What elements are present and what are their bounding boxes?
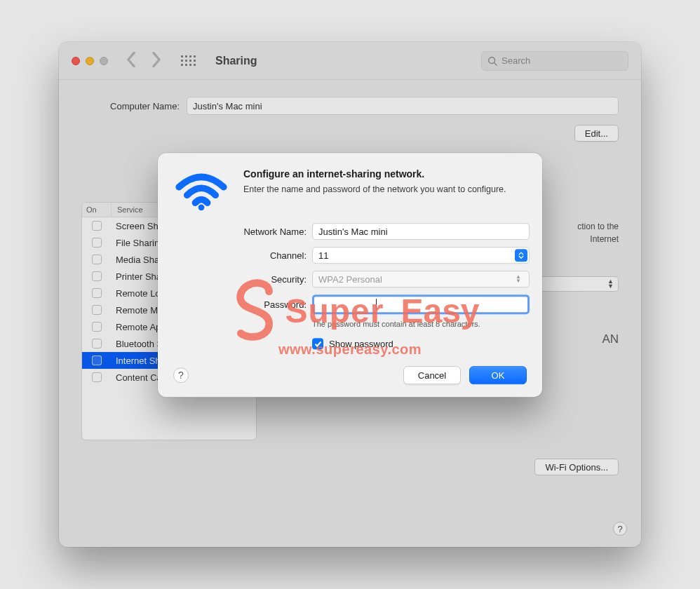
chevron-updown-icon: ▲▼ [607, 279, 614, 289]
nav-arrows [126, 52, 161, 70]
password-label: Password: [187, 299, 307, 310]
apps-grid-icon[interactable] [181, 55, 196, 66]
dialog-title: Configure an internet-sharing network. [243, 168, 506, 180]
zoom-icon[interactable] [100, 57, 108, 65]
checkbox-icon[interactable] [92, 339, 102, 348]
wifi-icon [173, 168, 229, 210]
checkbox-icon[interactable] [92, 288, 102, 298]
network-name-label: Network Name: [187, 226, 307, 237]
password-input[interactable] [312, 294, 530, 314]
channel-select[interactable]: 11 [312, 247, 530, 264]
help-icon[interactable]: ? [173, 367, 189, 383]
chevron-updown-icon: ▲▼ [513, 275, 523, 283]
security-value: WPA2 Personal [318, 274, 382, 285]
network-name-input[interactable] [312, 223, 530, 240]
checkbox-icon[interactable] [92, 322, 102, 332]
forward-icon[interactable] [152, 52, 161, 70]
show-password-checkbox[interactable] [312, 338, 323, 349]
window-traffic-lights [72, 57, 108, 65]
show-password-row: Show password [312, 338, 530, 349]
computer-name-input[interactable] [187, 97, 619, 115]
check-icon [314, 341, 322, 347]
window-title: Sharing [215, 55, 257, 67]
close-icon[interactable] [72, 57, 80, 65]
cancel-button[interactable]: Cancel [403, 366, 461, 384]
password-hint: The password must contain at least 8 cha… [312, 320, 530, 328]
checkbox-icon[interactable] [92, 372, 102, 382]
computer-name-row: Computer Name: [81, 97, 619, 115]
minimize-icon[interactable] [86, 57, 94, 65]
col-on: On [82, 203, 112, 217]
dialog-form: Network Name: Channel: 11 Security: WPA2… [187, 223, 527, 349]
titlebar: Sharing Search [59, 42, 641, 80]
channel-value: 11 [318, 250, 328, 261]
checkbox-icon[interactable] [92, 238, 102, 248]
wifi-options-button[interactable]: Wi-Fi Options... [534, 459, 619, 475]
checkbox-icon[interactable] [92, 255, 102, 264]
search-input[interactable]: Search [481, 51, 628, 71]
channel-label: Channel: [187, 250, 307, 261]
edit-button[interactable]: Edit... [574, 125, 619, 142]
text-caret [376, 299, 377, 310]
internet-sharing-dialog: Configure an internet-sharing network. E… [158, 153, 542, 397]
dialog-subtitle: Enter the name and password of the netwo… [243, 184, 506, 196]
checkbox-icon[interactable] [92, 305, 102, 315]
help-icon[interactable]: ? [613, 522, 627, 536]
svg-point-2 [198, 204, 205, 210]
checkbox-icon[interactable] [92, 221, 102, 231]
checkbox-icon[interactable] [92, 356, 102, 365]
back-icon[interactable] [126, 52, 136, 70]
ok-button[interactable]: OK [469, 366, 527, 384]
show-password-label: Show password [329, 339, 393, 349]
lan-partial-label: AN [602, 332, 619, 346]
search-placeholder: Search [502, 55, 530, 66]
chevron-updown-icon[interactable] [515, 249, 527, 262]
svg-line-1 [494, 62, 497, 65]
security-label: Security: [187, 274, 307, 285]
search-icon [487, 56, 497, 66]
computer-name-label: Computer Name: [81, 101, 180, 111]
checkbox-icon[interactable] [92, 271, 102, 281]
security-select[interactable]: WPA2 Personal ▲▼ [312, 271, 530, 287]
